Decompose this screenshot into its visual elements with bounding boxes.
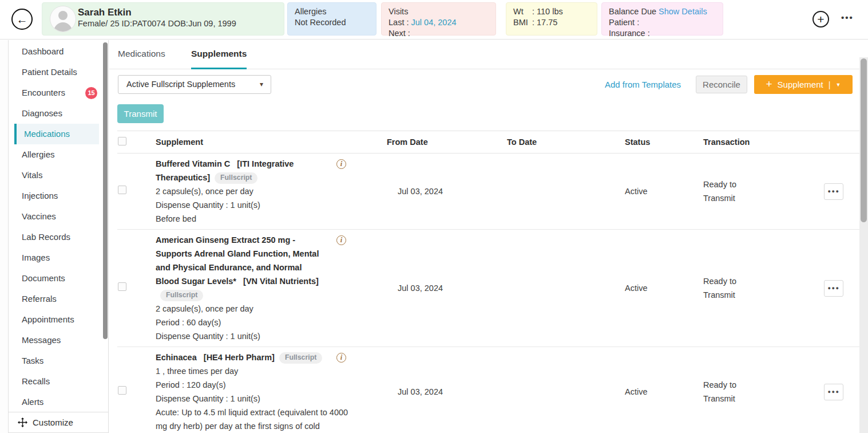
sidebar-item-vaccines[interactable]: Vaccines bbox=[9, 206, 108, 227]
sidebar-list: DashboardPatient DetailsEncounters15Diag… bbox=[9, 40, 108, 412]
main-scrollbar-track[interactable] bbox=[859, 57, 868, 433]
col-to-date: To Date bbox=[507, 137, 625, 147]
show-details-link[interactable]: Show Details bbox=[659, 7, 707, 16]
fullscript-badge: Fullscript bbox=[215, 172, 257, 184]
info-icon[interactable]: i bbox=[336, 159, 346, 169]
supplement-button-label: Supplement bbox=[778, 80, 823, 89]
transmit-button[interactable]: Transmit bbox=[117, 104, 164, 123]
info-icon[interactable]: i bbox=[336, 353, 346, 363]
sidebar-item-tasks[interactable]: Tasks bbox=[9, 351, 108, 371]
bmi-label: BMI bbox=[513, 17, 532, 28]
balance-title: Balance Due bbox=[609, 7, 656, 16]
allergies-card: Allergies Not Recorded bbox=[287, 2, 376, 36]
sidebar-item-vitals[interactable]: Vitals bbox=[9, 165, 108, 186]
supplement-detail: Before bed bbox=[156, 212, 357, 226]
allergies-value: Not Recorded bbox=[295, 17, 370, 28]
table-body: Buffered Vitamin C [ITI Integrative Ther… bbox=[117, 153, 859, 433]
sidebar-item-lab-records[interactable]: Lab Records bbox=[9, 227, 108, 247]
sidebar-item-label: Patient Details bbox=[22, 67, 77, 77]
more-options-icon[interactable]: ••• bbox=[841, 13, 854, 22]
sidebar-item-recalls[interactable]: Recalls bbox=[9, 371, 108, 392]
add-supplement-button[interactable]: + Supplement | ▼ bbox=[754, 75, 853, 94]
col-supplement: Supplement bbox=[156, 137, 387, 147]
sidebar-item-referrals[interactable]: Referrals bbox=[9, 289, 108, 309]
sidebar-item-label: Diagnoses bbox=[22, 108, 62, 118]
chevron-down-icon: ▼ bbox=[836, 82, 841, 88]
customize-button[interactable]: Customize bbox=[9, 412, 108, 432]
supplement-detail: Period : 120 day(s) bbox=[156, 378, 357, 392]
row-menu-button[interactable]: ●●● bbox=[824, 280, 843, 297]
tab-supplements[interactable]: Supplements bbox=[191, 40, 247, 69]
plus-icon: + bbox=[766, 78, 772, 90]
reconcile-button[interactable]: Reconcile bbox=[696, 76, 747, 93]
weight-value: : 110 lbs bbox=[532, 7, 563, 16]
row-checkbox[interactable] bbox=[118, 386, 126, 395]
sidebar-item-label: Injections bbox=[22, 191, 58, 200]
supplement-detail: Dispense Quantity : 1 unit(s) bbox=[156, 198, 357, 212]
from-date: Jul 03, 2024 bbox=[387, 184, 507, 198]
balance-patient-label: Patient : bbox=[609, 17, 717, 28]
sidebar-item-dashboard[interactable]: Dashboard bbox=[9, 41, 108, 62]
sidebar-item-messages[interactable]: Messages bbox=[9, 330, 108, 351]
sidebar: DashboardPatient DetailsEncounters15Diag… bbox=[8, 40, 109, 433]
vitals-card: Wt: 110 lbs BMI: 17.75 bbox=[506, 2, 597, 36]
sidebar-item-label: Documents bbox=[22, 273, 65, 283]
supplement-name: American Ginseng Extract 250 mg - Suppor… bbox=[156, 235, 321, 286]
sidebar-item-alerts[interactable]: Alerts bbox=[9, 392, 108, 412]
from-date: Jul 03, 2024 bbox=[387, 385, 507, 399]
col-status: Status bbox=[625, 137, 703, 147]
balance-insurance-label: Insurance : bbox=[609, 28, 717, 39]
add-from-templates-link[interactable]: Add from Templates bbox=[605, 75, 681, 94]
add-plus-icon[interactable]: + bbox=[812, 11, 829, 27]
table-row: Echinacea [HE4 Herb Pharm]Fullscript1 , … bbox=[117, 347, 859, 433]
sidebar-item-label: Messages bbox=[22, 335, 61, 345]
supplements-filter-dropdown[interactable]: Active Fullscript Supplements ▾ bbox=[118, 75, 271, 94]
row-checkbox[interactable] bbox=[118, 282, 126, 291]
select-all-checkbox[interactable] bbox=[118, 137, 126, 145]
move-icon bbox=[18, 418, 27, 427]
weight-row: Wt: 110 lbs bbox=[513, 6, 591, 17]
sidebar-item-label: Recalls bbox=[22, 376, 50, 386]
from-date: Jul 03, 2024 bbox=[387, 281, 507, 295]
info-icon[interactable]: i bbox=[336, 235, 346, 245]
patient-summary-card: Sarah Etkin Female/ 25 ID:PAT0074 DOB:Ju… bbox=[42, 2, 284, 36]
transaction-status: Ready to Transmit bbox=[703, 274, 750, 302]
sidebar-item-label: Vaccines bbox=[22, 211, 56, 221]
visits-last-row: Last : Jul 04, 2024 bbox=[389, 17, 490, 28]
balance-card: Balance Due Show Details Patient : Insur… bbox=[601, 2, 723, 36]
transaction-status: Ready to Transmit bbox=[703, 178, 750, 205]
supplement-detail: Period : 60 day(s) bbox=[156, 316, 357, 329]
sidebar-item-label: Vitals bbox=[22, 170, 42, 180]
avatar bbox=[50, 6, 76, 32]
row-menu-button[interactable]: ●●● bbox=[824, 183, 843, 200]
sidebar-item-allergies[interactable]: Allergies bbox=[9, 144, 108, 165]
main-scrollbar-thumb[interactable] bbox=[861, 58, 867, 222]
customize-label: Customize bbox=[33, 418, 73, 427]
fullscript-badge: Fullscript bbox=[279, 352, 322, 364]
sidebar-item-diagnoses[interactable]: Diagnoses bbox=[9, 103, 108, 124]
sidebar-item-documents[interactable]: Documents bbox=[9, 268, 108, 289]
supplement-detail: 2 capsule(s), once per day bbox=[156, 302, 357, 316]
sidebar-item-encounters[interactable]: Encounters15 bbox=[9, 82, 108, 103]
table-row: Buffered Vitamin C [ITI Integrative Ther… bbox=[117, 153, 859, 230]
sidebar-item-injections[interactable]: Injections bbox=[9, 186, 108, 206]
fullscript-badge: Fullscript bbox=[160, 290, 203, 301]
status: Active bbox=[625, 184, 703, 198]
sidebar-item-appointments[interactable]: Appointments bbox=[9, 309, 108, 330]
visits-last-date-link[interactable]: Jul 04, 2024 bbox=[411, 18, 457, 27]
sidebar-item-patient-details[interactable]: Patient Details bbox=[9, 62, 108, 82]
sidebar-scrollbar[interactable] bbox=[103, 42, 108, 339]
row-checkbox[interactable] bbox=[118, 186, 126, 194]
tab-medications[interactable]: Medications bbox=[118, 40, 165, 69]
sidebar-item-label: Allergies bbox=[22, 149, 55, 159]
balance-title-row: Balance Due Show Details bbox=[609, 6, 717, 17]
status: Active bbox=[625, 385, 703, 399]
sidebar-item-label: Referrals bbox=[22, 294, 57, 304]
col-transaction: Transaction bbox=[703, 137, 824, 147]
sidebar-item-medications[interactable]: Medications bbox=[14, 124, 99, 144]
bmi-value: : 17.75 bbox=[532, 18, 557, 27]
sidebar-item-images[interactable]: Images bbox=[9, 247, 108, 268]
back-arrow-icon[interactable]: ← bbox=[11, 9, 33, 30]
row-menu-button[interactable]: ●●● bbox=[824, 384, 843, 400]
filter-selected-value: Active Fullscript Supplements bbox=[126, 80, 235, 89]
